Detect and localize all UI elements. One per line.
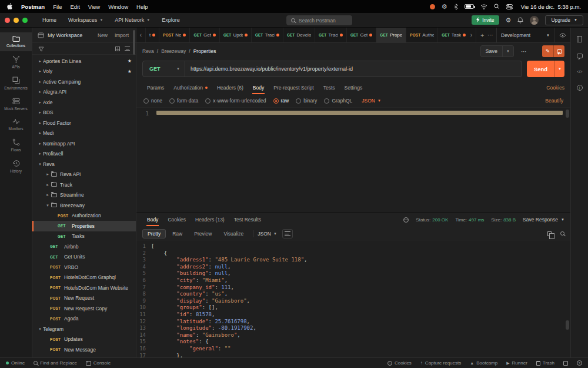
request-get-units[interactable]: GETGet Units (32, 252, 136, 263)
open-tab-track[interactable]: GETTrack (315, 28, 347, 42)
chevron-right-icon[interactable]: ▸ (45, 172, 51, 177)
response-tab-test-results[interactable]: Test Results (229, 213, 266, 226)
collection-nominapp-api[interactable]: ▸Nominapp API (32, 138, 136, 149)
network-info-icon[interactable] (403, 217, 409, 223)
display-settings-icon[interactable]: ⚙ (442, 3, 447, 11)
response-tab-headers-13[interactable]: Headers (13) (191, 213, 229, 226)
chevron-down-icon[interactable]: ▾ (37, 327, 43, 331)
status-online[interactable]: Online (6, 360, 25, 366)
request-body-editor[interactable]: 1 (136, 108, 570, 213)
method-select[interactable]: GET ▼ (143, 61, 185, 77)
view-pretty[interactable]: Pretty (142, 229, 166, 238)
menu-window[interactable]: Window (108, 4, 128, 10)
body-mode-graphql[interactable]: GraphQL (324, 98, 352, 104)
nav-home[interactable]: Home (37, 15, 62, 25)
open-tab-prope[interactable]: GETPrope (376, 28, 406, 42)
chevron-right-icon[interactable]: ▸ (45, 183, 51, 187)
collection-aportes-en-linea[interactable]: ▸Aportes En Linea★ (32, 56, 136, 67)
request-tasks[interactable]: GETTasks (32, 231, 136, 242)
menu-help[interactable]: Help (136, 4, 148, 10)
request-hotelsdotcom-graphql[interactable]: POSTHotelsDotCom Graphql (32, 273, 136, 283)
request-airbnb[interactable]: GETAirbnb (32, 241, 136, 252)
request-hotelsdotcom-main-website[interactable]: POSTHotelsDotCom Main Website (32, 283, 136, 293)
collection-bds[interactable]: ▸BDS (32, 108, 136, 118)
body-mode-binary[interactable]: binary (296, 98, 317, 104)
request-authorization[interactable]: POSTAuthorization (32, 211, 136, 221)
nav-explore[interactable]: Explore (156, 15, 185, 25)
collection-axie[interactable]: ▸Axie (32, 97, 136, 108)
code-icon[interactable]: </> (577, 69, 582, 74)
status-trash[interactable]: Trash (536, 360, 554, 366)
environment-quick-look-icon[interactable] (554, 28, 566, 42)
breadcrumb-item[interactable]: Properties (193, 48, 216, 54)
chevron-right-icon[interactable]: ▸ (37, 89, 43, 94)
request-tab-headers-6[interactable]: Headers (6) (212, 81, 248, 94)
editor-scrollbar[interactable] (566, 110, 569, 118)
bluetooth-icon[interactable] (454, 4, 458, 10)
scroll-tabs-left-icon[interactable]: ‹ (136, 28, 146, 42)
activity-monitors[interactable]: Monitors (0, 115, 32, 134)
view-raw[interactable]: Raw (167, 229, 188, 238)
save-button[interactable]: Save ▼ (480, 45, 514, 57)
request-agoda[interactable]: POSTAgoda (32, 314, 136, 324)
new-tab-button[interactable]: ＋ (479, 31, 485, 39)
status-find[interactable]: Find and Replace (34, 360, 77, 366)
folder-streamline[interactable]: ▸Streamline (32, 190, 136, 201)
request-tab-body[interactable]: Body (248, 81, 269, 94)
response-body[interactable]: 1[2 {3 "address1": "485 Laurie Grove Sui… (136, 241, 570, 357)
menu-view[interactable]: View (88, 4, 100, 10)
chevron-right-icon[interactable]: ▸ (37, 79, 43, 84)
collection-voly[interactable]: ▸Voly★ (32, 67, 136, 77)
settings-icon[interactable]: ⚙ (506, 16, 512, 24)
menubar-app-name[interactable]: Postman (21, 4, 45, 10)
control-center-icon[interactable] (506, 4, 513, 9)
request-vrbo[interactable]: POSTVRBO (32, 262, 136, 273)
open-tab-track[interactable]: GETTrack (252, 28, 283, 42)
sort-icon[interactable] (125, 47, 130, 51)
collection-medi[interactable]: ▸Medi (32, 128, 136, 139)
nav-workspaces[interactable]: Workspaces▼ (63, 15, 108, 25)
request-tab-tests[interactable]: Tests (319, 81, 340, 94)
open-tab-develo[interactable]: GETDevelo (283, 28, 315, 42)
collection-telegram[interactable]: ▾Telegram (32, 324, 136, 334)
chevron-right-icon[interactable]: ▸ (37, 121, 43, 125)
request-tab-authorization[interactable]: Authorization (169, 81, 212, 94)
wifi-icon[interactable] (480, 4, 487, 9)
menu-edit[interactable]: Edit (70, 4, 79, 10)
open-tab-t[interactable]: t (146, 28, 159, 42)
scroll-tabs-right-icon[interactable]: › (467, 28, 476, 42)
import-button[interactable]: Import (113, 31, 131, 39)
activity-collections[interactable]: Collections (0, 32, 32, 51)
environment-selector[interactable]: Development ▼ (496, 28, 570, 42)
open-tab-ne[interactable]: POSTNe (159, 28, 190, 42)
body-mode-form-data[interactable]: form-data (169, 98, 198, 104)
breadcrumb-item[interactable]: Reva (142, 48, 154, 54)
open-tab-get[interactable]: GETGet (347, 28, 376, 42)
request-properties[interactable]: GETProperties (32, 221, 136, 231)
edit-button[interactable]: ✎ (542, 45, 553, 57)
folder-breezeway[interactable]: ▾Breezeway (32, 200, 136, 211)
request-tab-params[interactable]: Params (142, 81, 169, 94)
avatar[interactable] (530, 16, 539, 25)
send-options-icon[interactable]: ▼ (554, 61, 564, 77)
menubar-clock[interactable]: Vie 16 de dic. 5:38 p.m. (521, 4, 581, 10)
copy-response-icon[interactable] (547, 231, 552, 236)
request-updates[interactable]: POSTUpdates (32, 334, 136, 345)
response-tab-body[interactable]: Body (142, 213, 163, 226)
status-console[interactable]: Console (86, 360, 111, 366)
activity-history[interactable]: History (0, 157, 32, 177)
activity-flows[interactable]: Flows (0, 135, 32, 155)
body-mode-raw[interactable]: raw (273, 98, 289, 104)
status-capture[interactable]: ↑Capture requests (420, 360, 461, 366)
comments-button[interactable] (553, 45, 564, 57)
send-button[interactable]: Send (527, 61, 554, 77)
chevron-right-icon[interactable]: ▸ (37, 131, 43, 135)
request-new-request[interactable]: POSTNew Request (32, 293, 136, 304)
url-input[interactable] (185, 61, 522, 77)
chevron-right-icon[interactable]: ▸ (45, 193, 51, 197)
battery-icon[interactable] (465, 4, 474, 9)
collection-flood-factor[interactable]: ▸Flood Factor (32, 118, 136, 128)
chevron-right-icon[interactable]: ▸ (37, 100, 43, 105)
body-mode-x-www-form-urlencoded[interactable]: x-www-form-urlencoded (205, 98, 266, 104)
collection-active-campaing[interactable]: ▸Active Campaing (32, 77, 136, 87)
